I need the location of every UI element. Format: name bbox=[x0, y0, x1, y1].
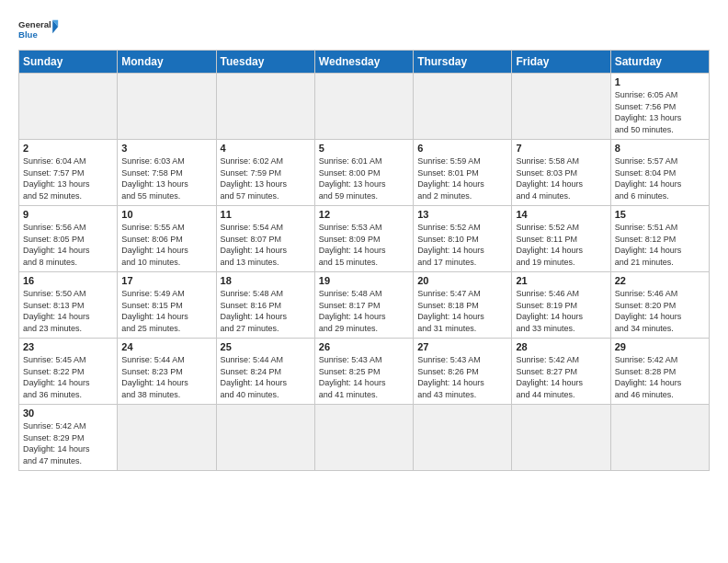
calendar-cell: 24Sunrise: 5:44 AM Sunset: 8:23 PM Dayli… bbox=[118, 339, 216, 405]
day-info: Sunrise: 5:50 AM Sunset: 8:13 PM Dayligh… bbox=[23, 288, 113, 334]
calendar-cell: 13Sunrise: 5:52 AM Sunset: 8:10 PM Dayli… bbox=[414, 206, 512, 272]
day-info: Sunrise: 5:48 AM Sunset: 8:17 PM Dayligh… bbox=[319, 288, 409, 334]
svg-text:Blue: Blue bbox=[18, 29, 38, 40]
day-number: 3 bbox=[121, 143, 211, 154]
calendar-cell: 12Sunrise: 5:53 AM Sunset: 8:09 PM Dayli… bbox=[314, 206, 413, 272]
weekday-header-thursday: Thursday bbox=[414, 51, 512, 74]
day-info: Sunrise: 5:42 AM Sunset: 8:27 PM Dayligh… bbox=[516, 354, 606, 400]
day-info: Sunrise: 5:49 AM Sunset: 8:15 PM Dayligh… bbox=[121, 288, 211, 334]
week-row-3: 16Sunrise: 5:50 AM Sunset: 8:13 PM Dayli… bbox=[19, 272, 710, 339]
day-number: 8 bbox=[615, 143, 705, 154]
day-number: 18 bbox=[221, 275, 311, 286]
calendar-cell: 20Sunrise: 5:47 AM Sunset: 8:18 PM Dayli… bbox=[414, 272, 512, 339]
day-info: Sunrise: 5:54 AM Sunset: 8:07 PM Dayligh… bbox=[221, 222, 311, 268]
weekday-header-sunday: Sunday bbox=[19, 51, 118, 74]
day-number: 15 bbox=[615, 209, 705, 220]
calendar-cell: 4Sunrise: 6:02 AM Sunset: 7:59 PM Daylig… bbox=[216, 140, 314, 206]
weekday-header-row: SundayMondayTuesdayWednesdayThursdayFrid… bbox=[19, 51, 710, 74]
day-info: Sunrise: 5:44 AM Sunset: 8:23 PM Dayligh… bbox=[121, 354, 211, 400]
calendar-cell: 17Sunrise: 5:49 AM Sunset: 8:15 PM Dayli… bbox=[118, 272, 216, 339]
calendar-cell: 15Sunrise: 5:51 AM Sunset: 8:12 PM Dayli… bbox=[610, 206, 709, 272]
week-row-5: 30Sunrise: 5:42 AM Sunset: 8:29 PM Dayli… bbox=[19, 405, 710, 471]
calendar-cell bbox=[118, 405, 216, 471]
day-info: Sunrise: 5:52 AM Sunset: 8:10 PM Dayligh… bbox=[417, 222, 507, 268]
day-info: Sunrise: 6:03 AM Sunset: 7:58 PM Dayligh… bbox=[121, 155, 211, 201]
week-row-1: 2Sunrise: 6:04 AM Sunset: 7:57 PM Daylig… bbox=[19, 140, 710, 206]
week-row-4: 23Sunrise: 5:45 AM Sunset: 8:22 PM Dayli… bbox=[19, 339, 710, 405]
day-info: Sunrise: 5:43 AM Sunset: 8:25 PM Dayligh… bbox=[319, 354, 409, 400]
calendar-cell: 29Sunrise: 5:42 AM Sunset: 8:28 PM Dayli… bbox=[610, 339, 709, 405]
calendar-cell: 3Sunrise: 6:03 AM Sunset: 7:58 PM Daylig… bbox=[118, 140, 216, 206]
day-number: 24 bbox=[121, 341, 211, 352]
weekday-header-monday: Monday bbox=[118, 51, 216, 74]
week-row-2: 9Sunrise: 5:56 AM Sunset: 8:05 PM Daylig… bbox=[19, 206, 710, 272]
day-info: Sunrise: 6:01 AM Sunset: 8:00 PM Dayligh… bbox=[319, 155, 409, 201]
day-number: 20 bbox=[417, 275, 507, 286]
day-number: 2 bbox=[23, 143, 113, 154]
day-info: Sunrise: 5:56 AM Sunset: 8:05 PM Dayligh… bbox=[23, 222, 113, 268]
day-number: 22 bbox=[615, 275, 705, 286]
day-number: 23 bbox=[23, 341, 113, 352]
day-info: Sunrise: 5:42 AM Sunset: 8:29 PM Dayligh… bbox=[23, 420, 113, 466]
calendar-cell: 1Sunrise: 6:05 AM Sunset: 7:56 PM Daylig… bbox=[610, 74, 709, 140]
day-number: 19 bbox=[319, 275, 409, 286]
day-info: Sunrise: 5:51 AM Sunset: 8:12 PM Dayligh… bbox=[615, 222, 705, 268]
day-number: 6 bbox=[417, 143, 507, 154]
day-info: Sunrise: 6:04 AM Sunset: 7:57 PM Dayligh… bbox=[23, 155, 113, 201]
calendar-table: SundayMondayTuesdayWednesdayThursdayFrid… bbox=[18, 50, 710, 471]
day-number: 30 bbox=[23, 408, 113, 419]
day-info: Sunrise: 5:46 AM Sunset: 8:19 PM Dayligh… bbox=[516, 288, 606, 334]
day-number: 7 bbox=[516, 143, 606, 154]
calendar-cell bbox=[19, 74, 118, 140]
day-info: Sunrise: 5:44 AM Sunset: 8:24 PM Dayligh… bbox=[221, 354, 311, 400]
calendar-cell: 26Sunrise: 5:43 AM Sunset: 8:25 PM Dayli… bbox=[314, 339, 413, 405]
day-info: Sunrise: 5:42 AM Sunset: 8:28 PM Dayligh… bbox=[615, 354, 705, 400]
day-number: 14 bbox=[516, 209, 606, 220]
day-number: 13 bbox=[417, 209, 507, 220]
weekday-header-wednesday: Wednesday bbox=[314, 51, 413, 74]
calendar-cell: 30Sunrise: 5:42 AM Sunset: 8:29 PM Dayli… bbox=[19, 405, 118, 471]
day-info: Sunrise: 5:45 AM Sunset: 8:22 PM Dayligh… bbox=[23, 354, 113, 400]
day-number: 25 bbox=[221, 341, 311, 352]
day-number: 28 bbox=[516, 341, 606, 352]
day-number: 27 bbox=[417, 341, 507, 352]
calendar-cell bbox=[314, 74, 413, 140]
day-number: 1 bbox=[615, 76, 705, 87]
day-info: Sunrise: 5:52 AM Sunset: 8:11 PM Dayligh… bbox=[516, 222, 606, 268]
calendar-cell: 27Sunrise: 5:43 AM Sunset: 8:26 PM Dayli… bbox=[414, 339, 512, 405]
calendar-cell: 14Sunrise: 5:52 AM Sunset: 8:11 PM Dayli… bbox=[512, 206, 610, 272]
calendar-cell: 7Sunrise: 5:58 AM Sunset: 8:03 PM Daylig… bbox=[512, 140, 610, 206]
day-info: Sunrise: 5:46 AM Sunset: 8:20 PM Dayligh… bbox=[615, 288, 705, 334]
calendar-cell bbox=[414, 74, 512, 140]
page-header: General Blue bbox=[18, 15, 710, 44]
calendar-cell: 2Sunrise: 6:04 AM Sunset: 7:57 PM Daylig… bbox=[19, 140, 118, 206]
day-info: Sunrise: 5:48 AM Sunset: 8:16 PM Dayligh… bbox=[221, 288, 311, 334]
day-number: 16 bbox=[23, 275, 113, 286]
day-info: Sunrise: 5:58 AM Sunset: 8:03 PM Dayligh… bbox=[516, 155, 606, 201]
calendar-cell: 8Sunrise: 5:57 AM Sunset: 8:04 PM Daylig… bbox=[610, 140, 709, 206]
weekday-header-tuesday: Tuesday bbox=[216, 51, 314, 74]
week-row-0: 1Sunrise: 6:05 AM Sunset: 7:56 PM Daylig… bbox=[19, 74, 710, 140]
day-number: 5 bbox=[319, 143, 409, 154]
day-number: 17 bbox=[121, 275, 211, 286]
calendar-cell bbox=[512, 405, 610, 471]
logo-svg: General Blue bbox=[18, 15, 63, 44]
day-info: Sunrise: 5:47 AM Sunset: 8:18 PM Dayligh… bbox=[417, 288, 507, 334]
calendar-cell: 10Sunrise: 5:55 AM Sunset: 8:06 PM Dayli… bbox=[118, 206, 216, 272]
day-number: 29 bbox=[615, 341, 705, 352]
weekday-header-friday: Friday bbox=[512, 51, 610, 74]
day-number: 10 bbox=[121, 209, 211, 220]
calendar-cell: 5Sunrise: 6:01 AM Sunset: 8:00 PM Daylig… bbox=[314, 140, 413, 206]
calendar-cell bbox=[512, 74, 610, 140]
day-info: Sunrise: 5:53 AM Sunset: 8:09 PM Dayligh… bbox=[319, 222, 409, 268]
calendar-cell: 9Sunrise: 5:56 AM Sunset: 8:05 PM Daylig… bbox=[19, 206, 118, 272]
calendar-cell: 16Sunrise: 5:50 AM Sunset: 8:13 PM Dayli… bbox=[19, 272, 118, 339]
calendar-cell: 6Sunrise: 5:59 AM Sunset: 8:01 PM Daylig… bbox=[414, 140, 512, 206]
calendar-cell: 25Sunrise: 5:44 AM Sunset: 8:24 PM Dayli… bbox=[216, 339, 314, 405]
day-info: Sunrise: 6:05 AM Sunset: 7:56 PM Dayligh… bbox=[615, 89, 705, 135]
day-number: 9 bbox=[23, 209, 113, 220]
calendar-cell: 28Sunrise: 5:42 AM Sunset: 8:27 PM Dayli… bbox=[512, 339, 610, 405]
day-number: 21 bbox=[516, 275, 606, 286]
logo: General Blue bbox=[18, 15, 63, 44]
day-number: 11 bbox=[221, 209, 311, 220]
